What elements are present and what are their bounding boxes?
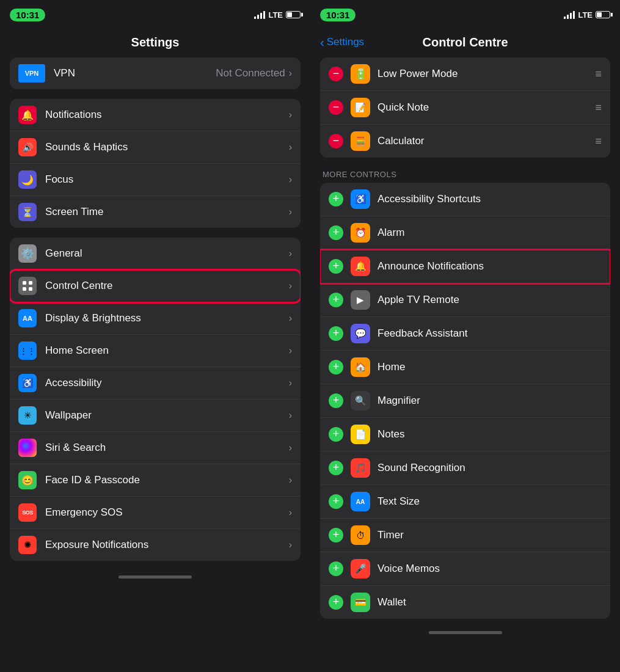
add-wallet-button[interactable]: + [329,595,343,610]
control-calculator[interactable]: − 🧮 Calculator ≡ [320,125,610,158]
left-lte: LTE [268,10,283,20]
faceid-chevron: › [289,475,292,486]
vpn-group: VPN VPN Not Connected › [10,57,301,89]
wallpaper-icon: ✳ [18,406,37,425]
control-textsize[interactable]: + AA Text Size [320,485,610,519]
sidebar-item-display[interactable]: AA Display & Brightness › [10,302,301,335]
control-timer[interactable]: + ⏱ Timer [320,519,610,552]
control-home[interactable]: + 🏠 Home [320,351,610,384]
accessibility-label: Accessibility [45,377,289,389]
right-scroll-indicator [320,626,610,637]
textsize-label: Text Size [377,495,602,508]
add-appletv-button[interactable]: + [329,293,343,307]
sidebar-item-siri[interactable]: Siri & Search › [10,432,301,464]
svg-rect-2 [23,287,26,291]
lowpower-drag-handle[interactable]: ≡ [595,68,602,81]
add-textsize-button[interactable]: + [329,494,343,509]
control-notes[interactable]: + 📄 Notes [320,418,610,451]
sidebar-item-focus[interactable]: 🌙 Focus › [10,164,301,196]
sidebar-item-faceid[interactable]: 😊 Face ID & Passcode › [10,464,301,497]
right-status-icons: LTE [564,10,610,20]
remove-lowpower-button[interactable]: − [329,67,343,81]
right-controls-list[interactable]: − 🔋 Low Power Mode ≡ − 📝 Quick Note ≡ − … [310,57,620,672]
controlcentre-icon [18,277,37,295]
add-alarm-button[interactable]: + [329,225,343,240]
control-feedback[interactable]: + 💬 Feedback Assistant [320,317,610,351]
control-quicknote[interactable]: − 📝 Quick Note ≡ [320,91,610,125]
back-button[interactable]: ‹ Settings [320,35,364,49]
announce-notifications-label: Announce Notifications [377,260,602,272]
back-chevron-icon: ‹ [320,35,324,49]
control-soundrecognition[interactable]: + 🎵 Sound Recognition [320,451,610,485]
calculator-drag-handle[interactable]: ≡ [595,135,602,148]
control-voicememos[interactable]: + 🎤 Voice Memos [320,552,610,586]
settings-group-2: ⚙️ General › Control Centre › AA [10,238,301,561]
timer-label: Timer [377,529,602,541]
settings-group-1: 🔔 Notifications › 🔊 Sounds & Haptics › 🌙… [10,99,301,228]
home-label: Home [377,361,602,373]
left-settings-list[interactable]: VPN VPN Not Connected › 🔔 Notifications … [0,57,310,672]
magnifier-icon: 🔍 [351,391,370,411]
control-lowpower[interactable]: − 🔋 Low Power Mode ≡ [320,57,610,91]
sidebar-item-wallpaper[interactable]: ✳ Wallpaper › [10,400,301,432]
vpn-value: Not Connected [216,67,285,79]
quicknote-icon: 📝 [351,98,370,117]
sidebar-item-controlcentre[interactable]: Control Centre › [10,270,301,302]
sos-chevron: › [289,507,292,518]
sos-icon: SOS [18,503,37,522]
alarm-icon: ⏰ [351,223,370,243]
add-voicememos-button[interactable]: + [329,561,343,576]
back-label: Settings [327,36,364,48]
lowpower-icon: 🔋 [351,64,370,84]
add-announce-notifications-button[interactable]: + [329,259,343,274]
textsize-icon: AA [351,492,370,511]
screentime-label: Screen Time [45,206,289,218]
remove-quicknote-button[interactable]: − [329,100,343,115]
wallet-label: Wallet [377,596,602,608]
left-title: Settings [131,35,180,49]
magnifier-label: Magnifier [377,395,602,407]
exposure-icon: ✺ [18,536,37,554]
voicememos-label: Voice Memos [377,563,602,575]
sidebar-item-general[interactable]: ⚙️ General › [10,238,301,270]
accessibility-chevron: › [289,378,292,389]
sidebar-item-notifications[interactable]: 🔔 Notifications › [10,99,301,131]
control-appletv[interactable]: + ▶ Apple TV Remote [320,283,610,317]
vpn-item[interactable]: VPN VPN Not Connected › [10,57,301,89]
announce-notifications-icon: 🔔 [351,257,370,276]
control-magnifier[interactable]: + 🔍 Magnifier [320,384,610,418]
quicknote-drag-handle[interactable]: ≡ [595,101,602,114]
exposure-chevron: › [289,539,292,550]
sidebar-item-accessibility[interactable]: ♿ Accessibility › [10,367,301,400]
sounds-chevron: › [289,142,292,153]
add-accessibility-shortcuts-button[interactable]: + [329,192,343,206]
add-feedback-button[interactable]: + [329,326,343,341]
homescreen-label: Home Screen [45,345,289,357]
add-home-button[interactable]: + [329,360,343,374]
add-timer-button[interactable]: + [329,528,343,542]
control-alarm[interactable]: + ⏰ Alarm [320,216,610,250]
sidebar-item-sos[interactable]: SOS Emergency SOS › [10,497,301,529]
add-soundrecognition-button[interactable]: + [329,461,343,475]
right-battery [596,11,610,18]
appletv-icon: ▶ [351,290,370,310]
remove-calculator-button[interactable]: − [329,134,343,148]
control-announce-notifications[interactable]: + 🔔 Announce Notifications [320,250,610,283]
sidebar-item-screentime[interactable]: ⏳ Screen Time › [10,196,301,228]
control-wallet[interactable]: + 💳 Wallet [320,586,610,619]
screentime-chevron: › [289,206,292,217]
sidebar-item-sounds[interactable]: 🔊 Sounds & Haptics › [10,131,301,164]
add-magnifier-button[interactable]: + [329,393,343,408]
home-icon: 🏠 [351,357,370,377]
timer-icon: ⏱ [351,525,370,545]
left-time: 10:31 [10,9,45,21]
faceid-icon: 😊 [18,471,37,489]
siri-icon [18,439,37,457]
exposure-label: Exposure Notifications [45,539,289,551]
add-notes-button[interactable]: + [329,427,343,442]
sidebar-item-exposure[interactable]: ✺ Exposure Notifications › [10,529,301,561]
svg-rect-3 [29,287,32,291]
sidebar-item-homescreen[interactable]: ⋮⋮ Home Screen › [10,335,301,367]
left-status-bar: 10:31 LTE [0,0,310,27]
control-accessibility-shortcuts[interactable]: + ♿ Accessibility Shortcuts [320,183,610,216]
